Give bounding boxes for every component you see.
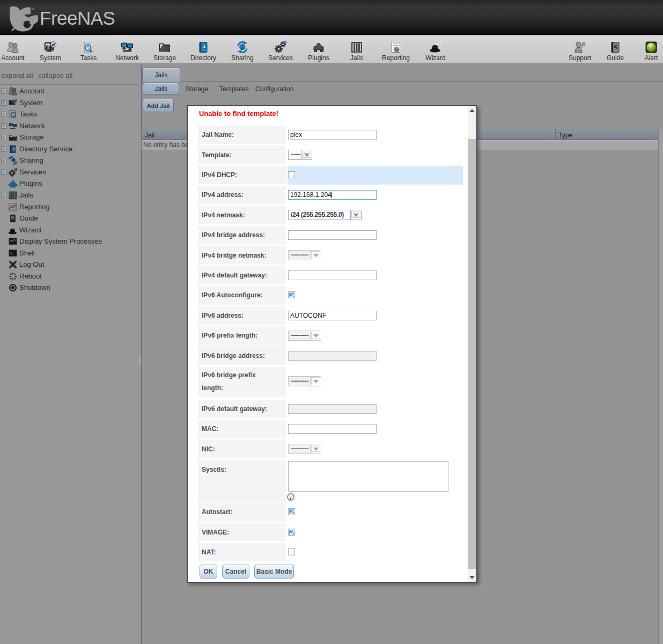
svg-text:$_: $_ (10, 251, 15, 255)
